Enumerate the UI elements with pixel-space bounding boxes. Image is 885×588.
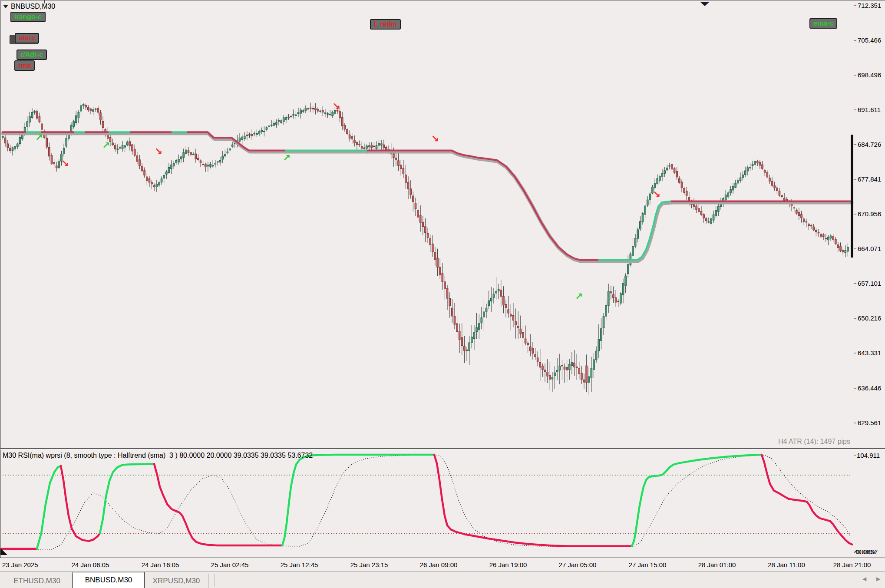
starc-button[interactable]: starc <box>15 33 39 43</box>
svg-text:↗: ↗ <box>283 152 291 163</box>
axis-range-bar <box>851 135 853 258</box>
chart-shift-marker-icon[interactable] <box>700 2 710 6</box>
pane-separator[interactable] <box>0 448 885 449</box>
time-axis-label: 28 Jan 11:00 <box>768 561 805 568</box>
time-axis-label: 27 Jan 05:00 <box>559 561 597 568</box>
mt4-chart-window: ↗↗↗↗↘↘↘↘↘ BNBUSD,M30 irango-c starc r/Ad… <box>0 0 885 588</box>
chart-tabs-bar: ◀ ▶ ETHUSD,M30BNBUSD,M30XRPUSD,M30 <box>0 571 885 588</box>
price-axis-label: 657.101 <box>858 280 881 287</box>
time-axis-label: 27 Jan 15:00 <box>629 561 667 568</box>
time-axis-label: 25 Jan 12:45 <box>281 561 318 568</box>
svg-text:↗: ↗ <box>575 291 583 302</box>
tab-bnbusd-m30[interactable]: BNBUSD,M30 <box>73 572 145 588</box>
price-axis-label: 705.466 <box>858 36 881 44</box>
price-axis-label: 698.496 <box>858 71 881 79</box>
time-axis-label: 25 Jan 23:15 <box>350 561 388 568</box>
chevron-down-icon[interactable] <box>3 5 8 8</box>
symbol-label: BNBUSD,M30 <box>11 3 55 10</box>
ema-button[interactable]: ema-c <box>809 18 837 29</box>
rango-button[interactable]: irango-c <box>10 12 46 22</box>
time-axis-label: 26 Jan 19:00 <box>489 561 527 568</box>
svg-text:↗: ↗ <box>102 140 110 151</box>
time-axis-label: 28 Jan 21:00 <box>833 561 871 568</box>
time-axis-label: 24 Jan 16:05 <box>142 561 179 568</box>
svg-text:↗: ↗ <box>35 132 43 143</box>
indicator-min-labels: 40.0837 0.0837 <box>854 548 885 556</box>
price-axis-label: 684.726 <box>858 141 881 148</box>
pane-corner-wedge-icon <box>0 548 7 555</box>
time-axis-label: 25 Jan 02:45 <box>211 561 249 568</box>
indicator-max-label: 104.911 <box>857 452 880 459</box>
window-top-border <box>0 0 885 1</box>
time-axis-label: 26 Jan 09:00 <box>420 561 458 568</box>
price-axis-label: 670.956 <box>858 210 881 218</box>
tab-ethusd-m30[interactable]: ETHUSD,M30 <box>2 574 73 588</box>
svg-text:↘: ↘ <box>61 158 69 169</box>
indicator-header: M30 RSI(ma) wprsi (8, smooth type : Half… <box>3 452 313 459</box>
svg-text:↘: ↘ <box>332 101 340 112</box>
time-axis-label: 24 Jan 06:05 <box>72 561 109 568</box>
price-axis-label: 691.611 <box>858 106 881 113</box>
svg-text:↘: ↘ <box>155 146 162 157</box>
tabs-scroll-right-icon[interactable]: ▶ <box>876 576 880 582</box>
price-axis-label: 650.216 <box>858 314 881 322</box>
price-axis-label: 677.841 <box>858 175 881 183</box>
main-chart-canvas[interactable]: ↗↗↗↗↘↘↘↘↘ <box>0 0 885 588</box>
price-axis-label: 636.446 <box>858 384 881 392</box>
price-axis-label: 664.071 <box>858 245 881 252</box>
atr-note: H4 ATR (14): 1497 pips <box>695 438 850 446</box>
redm-button[interactable]: L redm <box>370 19 401 30</box>
price-axis-label: 643.331 <box>858 349 881 357</box>
svg-text:↘: ↘ <box>653 189 660 200</box>
rma-button[interactable]: rma <box>14 60 35 71</box>
tabs-separator <box>215 574 215 587</box>
time-axis-label: 28 Jan 01:00 <box>698 561 736 568</box>
price-axis-label: 712.351 <box>858 2 881 9</box>
symbol-row: BNBUSD,M30 <box>3 3 55 10</box>
svg-text:↘: ↘ <box>431 133 439 144</box>
indicator-min-label-b: 0.0837 <box>856 548 876 555</box>
tabs-scroll-left-icon[interactable]: ◀ <box>862 576 866 582</box>
adr-button[interactable]: r/Adr-c <box>17 50 47 60</box>
window-left-border <box>0 0 1 571</box>
price-axis-border <box>854 0 854 558</box>
price-axis-label: 629.561 <box>858 419 881 426</box>
tab-xrpusd-m30[interactable]: XRPUSD,M30 <box>144 574 209 588</box>
time-axis[interactable]: 23 Jan 202524 Jan 06:0524 Jan 16:0525 Ja… <box>0 558 885 571</box>
time-axis-label: 23 Jan 2025 <box>2 561 38 568</box>
